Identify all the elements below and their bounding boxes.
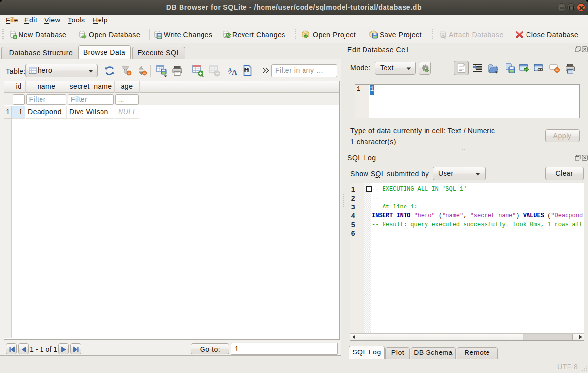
svg-text:A: A xyxy=(232,68,237,76)
